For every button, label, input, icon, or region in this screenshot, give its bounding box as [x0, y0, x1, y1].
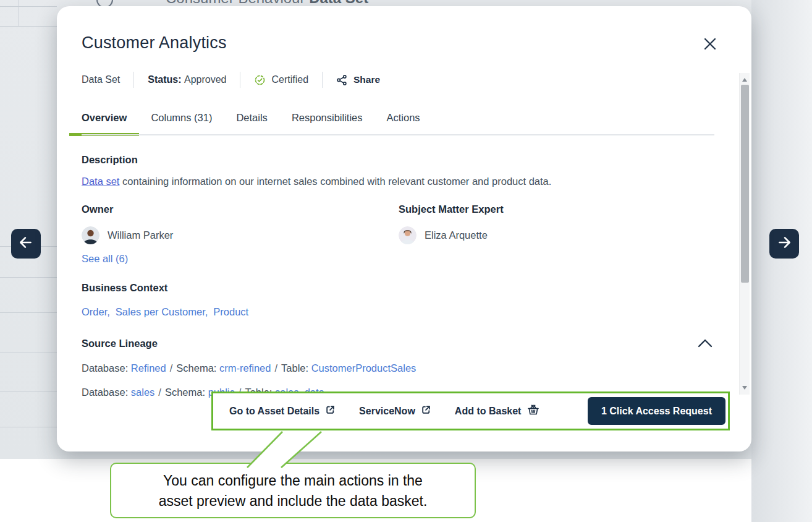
- modal-title: Customer Analytics: [82, 33, 227, 53]
- asset-type-label: Data Set: [82, 74, 120, 85]
- see-all-link[interactable]: See all (6): [82, 253, 128, 265]
- basket-icon: [527, 404, 540, 419]
- status-field: Status: Approved: [148, 74, 226, 85]
- schema-label: Schema:: [176, 362, 216, 374]
- lineage-separator: /: [158, 387, 161, 398]
- background-page-title-bold: Data Set: [309, 0, 368, 6]
- close-icon[interactable]: [703, 37, 719, 53]
- description-text: Data set containing information on our i…: [82, 176, 687, 187]
- page-right-background: [751, 0, 812, 522]
- one-click-access-request-button[interactable]: 1 Click Access Request: [588, 397, 725, 425]
- sme-row: Eliza Arquette: [399, 226, 488, 244]
- add-to-basket-button[interactable]: Add to Basket: [455, 404, 541, 419]
- table-row-divider: [0, 353, 57, 353]
- table-row-divider: [0, 26, 57, 27]
- external-link-icon: [421, 404, 431, 417]
- owner-name: William Parker: [108, 229, 173, 241]
- callout-bubble: You can configure the main actions in th…: [110, 463, 476, 518]
- share-label: Share: [353, 74, 380, 85]
- certified-badge: Certified: [254, 74, 308, 86]
- status-value: Approved: [184, 74, 227, 85]
- lineage-separator: /: [170, 362, 173, 374]
- lineage-separator: /: [274, 362, 277, 374]
- arrow-right-icon: [776, 234, 792, 253]
- table-label: Table:: [281, 362, 308, 374]
- chevron-up-icon[interactable]: [698, 339, 714, 349]
- schema-link[interactable]: crm-refined: [219, 362, 271, 374]
- owner-row: William Parker: [82, 226, 173, 244]
- table-row-divider: [0, 277, 57, 278]
- lineage-row: Database: Refined/Schema: crm-refined/Ta…: [82, 362, 416, 374]
- arrow-left-icon: [18, 234, 34, 253]
- servicenow-button[interactable]: ServiceNow: [359, 404, 431, 417]
- db-link[interactable]: sales: [131, 387, 155, 398]
- meta-divider: [133, 72, 134, 88]
- go-to-asset-details-button[interactable]: Go to Asset Details: [229, 404, 336, 417]
- scrollbar-thumb[interactable]: [741, 85, 749, 283]
- table-row-divider: [0, 312, 57, 313]
- business-context-link[interactable]: Order,: [82, 306, 110, 318]
- certified-label: Certified: [271, 74, 308, 85]
- tab-overview[interactable]: Overview: [82, 112, 127, 134]
- share-icon: [336, 74, 348, 86]
- business-context-heading: Business Context: [82, 282, 167, 294]
- business-context-links: Order, Sales per Customer, Product: [82, 306, 248, 318]
- owner-avatar: [82, 226, 99, 244]
- data-set-link[interactable]: Data set: [82, 176, 119, 187]
- see-all-link-text[interactable]: See all (6): [82, 253, 128, 264]
- meta-divider: [240, 72, 240, 88]
- tab-details[interactable]: Details: [236, 112, 267, 134]
- servicenow-label: ServiceNow: [359, 406, 415, 417]
- status-label: Status:: [148, 74, 181, 85]
- business-context-link[interactable]: Product: [213, 306, 248, 318]
- certified-seal-icon: [254, 74, 266, 86]
- action-bar-highlight: Go to Asset Details ServiceNow Add to Ba…: [211, 392, 730, 430]
- share-button[interactable]: Share: [336, 74, 380, 86]
- meta-divider: [322, 72, 323, 88]
- sme-heading: Subject Matter Expert: [399, 203, 504, 215]
- table-column-divider: [19, 0, 19, 26]
- go-to-asset-details-label: Go to Asset Details: [229, 406, 319, 417]
- table-row-divider: [0, 6, 57, 7]
- add-to-basket-label: Add to Basket: [455, 406, 522, 417]
- sme-avatar: [399, 226, 417, 244]
- scrollbar-up-arrow-icon[interactable]: [742, 78, 747, 82]
- callout-text-line1: You can configure the main actions in th…: [111, 471, 475, 491]
- background-page-title-text: Consumer Behaviour: [166, 0, 309, 6]
- asset-meta-row: Data Set Status: Approved Certified Shar…: [82, 72, 380, 88]
- business-context-link[interactable]: Sales per Customer,: [116, 306, 208, 318]
- next-asset-button[interactable]: [769, 229, 799, 259]
- scrollbar-down-arrow-icon[interactable]: [742, 386, 747, 390]
- callout-tail: [234, 429, 345, 469]
- description-heading: Description: [82, 154, 138, 166]
- asset-preview-modal: Customer Analytics Data Set Status: Appr…: [57, 6, 751, 451]
- tab-columns[interactable]: Columns (31): [151, 112, 212, 134]
- db-label: Database:: [82, 362, 128, 374]
- tab-bar-divider: [82, 134, 714, 135]
- table-link[interactable]: CustomerProductSales: [311, 362, 417, 374]
- schema-label: Schema:: [165, 387, 205, 398]
- callout-text-line2: asset preview and include the data baske…: [111, 491, 475, 511]
- table-row-divider: [0, 391, 57, 392]
- source-lineage-heading: Source Lineage: [82, 338, 158, 349]
- description-text-rest: containing information on our internet s…: [119, 176, 551, 187]
- tab-responsibilities[interactable]: Responsibilities: [292, 112, 363, 134]
- modal-tabs: Overview Columns (31) Details Responsibi…: [82, 112, 420, 134]
- db-label: Database:: [82, 387, 128, 398]
- tab-actions[interactable]: Actions: [387, 112, 420, 134]
- previous-asset-button[interactable]: [11, 229, 41, 259]
- external-link-icon: [325, 404, 336, 417]
- table-row-divider: [0, 427, 57, 427]
- db-link[interactable]: Refined: [131, 362, 166, 374]
- owner-heading: Owner: [82, 203, 113, 215]
- modal-scrollbar[interactable]: [739, 73, 750, 395]
- sme-name: Eliza Arquette: [425, 229, 488, 241]
